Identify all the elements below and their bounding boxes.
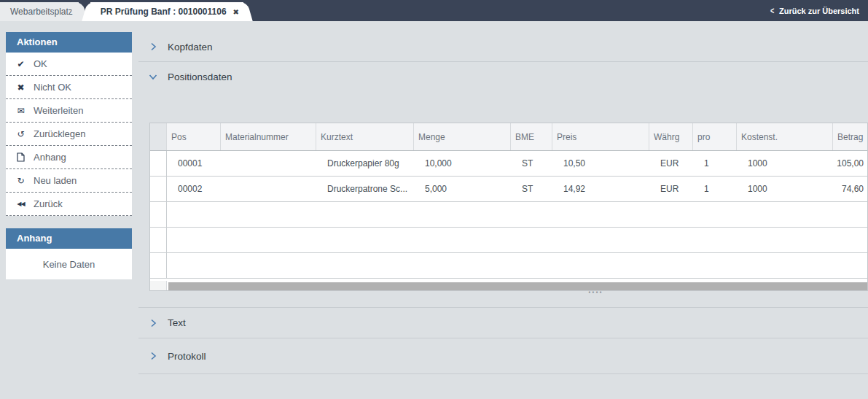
- cell-menge: 10,000: [414, 151, 511, 176]
- column-header-materialnummer[interactable]: Materialnummer: [221, 123, 316, 150]
- row-select-cell[interactable]: [150, 253, 167, 278]
- positions-table: Pos Materialnummer Kurztext Menge BME Pr…: [149, 123, 868, 291]
- cell-bme: ST: [511, 177, 552, 201]
- chevron-right-icon: [148, 351, 158, 361]
- row-select-cell[interactable]: [150, 151, 167, 176]
- column-header-kostenst[interactable]: Kostenst.: [737, 123, 833, 150]
- empty-table-row: [150, 202, 867, 228]
- row-select-cell[interactable]: [150, 202, 167, 227]
- empty-table-row: [150, 228, 867, 253]
- horizontal-scrollbar: [150, 279, 867, 290]
- rewind-icon: ◀◀: [15, 201, 26, 207]
- cell-kostenst: 1000: [737, 151, 833, 176]
- column-header-pos[interactable]: Pos: [167, 123, 221, 150]
- cell-materialnummer: [221, 151, 316, 176]
- table-row[interactable]: 00001 Druckerpapier 80g 10,000 ST 10,50 …: [150, 151, 867, 177]
- horizontal-scrollbar-thumb[interactable]: [168, 282, 867, 290]
- action-anhang-button[interactable]: Anhang: [6, 146, 132, 169]
- resize-grip-dots[interactable]: ••••: [584, 291, 606, 297]
- scrollbar-corner: [150, 281, 167, 290]
- cell-bme: ST: [511, 151, 552, 176]
- refresh-icon: ↻: [15, 177, 26, 185]
- main-content: Kopfdaten Positionsdaten Pos Materialnum…: [138, 32, 868, 374]
- cell-pro: 1: [693, 151, 737, 176]
- section-kopfdaten[interactable]: Kopfdaten: [138, 32, 868, 62]
- sidebar: Aktionen ✔ OK ✖ Nicht OK ✉ Weiterleiten …: [6, 32, 132, 279]
- back-to-overview-link[interactable]: < Zurück zur Übersicht: [770, 6, 868, 16]
- actions-panel: Aktionen ✔ OK ✖ Nicht OK ✉ Weiterleiten …: [6, 32, 132, 216]
- chevron-right-icon: [148, 318, 158, 328]
- section-positionsdaten[interactable]: Positionsdaten: [138, 62, 868, 91]
- x-icon: ✖: [15, 83, 26, 92]
- tab-webarbeitsplatz[interactable]: Webarbeitsplatz: [0, 2, 79, 21]
- document-icon: [15, 152, 26, 162]
- cell-preis: 10,50: [552, 151, 649, 176]
- back-link-label: Zurück zur Übersicht: [779, 7, 859, 15]
- section-protokoll[interactable]: Protokoll: [138, 338, 868, 374]
- column-header-bme[interactable]: BME: [511, 123, 552, 150]
- cell-betrag: 105,00: [833, 151, 867, 176]
- column-header-menge[interactable]: Menge: [414, 123, 511, 150]
- column-header-preis[interactable]: Preis: [552, 123, 649, 150]
- undo-icon: ↺: [15, 130, 26, 139]
- chevron-right-icon: [148, 42, 158, 52]
- tab-pr-pruefung-banf[interactable]: PR Prüfung Banf : 0010001106 ✖: [90, 2, 243, 21]
- attachment-panel: Anhang Keine Daten: [6, 228, 132, 279]
- table-row[interactable]: 00002 Druckerpatrone Sc... 5,000 ST 14,9…: [150, 177, 867, 202]
- cell-kurztext: Druckerpatrone Sc...: [316, 177, 414, 201]
- cell-menge: 5,000: [414, 177, 511, 201]
- column-header-waehrg[interactable]: Währg: [649, 123, 693, 150]
- action-zuruecklegen-button[interactable]: ↺ Zurücklegen: [6, 123, 132, 146]
- cell-preis: 14,92: [552, 177, 649, 201]
- action-weiterleiten-button[interactable]: ✉ Weiterleiten: [6, 99, 132, 123]
- cell-waehrg: EUR: [649, 177, 693, 201]
- action-nicht-ok-button[interactable]: ✖ Nicht OK: [6, 76, 132, 99]
- column-header-betrag[interactable]: Betrag: [833, 123, 867, 150]
- action-ok-button[interactable]: ✔ OK: [6, 53, 132, 76]
- cell-pos: 00002: [167, 177, 221, 201]
- attachment-panel-title: Anhang: [6, 228, 132, 249]
- check-icon: ✔: [15, 60, 26, 69]
- row-select-cell[interactable]: [150, 177, 167, 201]
- row-select-cell[interactable]: [150, 228, 167, 252]
- tab-label: PR Prüfung Banf : 0010001106: [101, 7, 227, 17]
- action-zurueck-button[interactable]: ◀◀ Zurück: [6, 193, 132, 216]
- select-all-cell[interactable]: [150, 123, 167, 150]
- action-neu-laden-button[interactable]: ↻ Neu laden: [6, 169, 132, 193]
- chevron-left-icon: <: [770, 6, 774, 16]
- cell-pos: 00001: [167, 151, 221, 176]
- tab-close-icon[interactable]: ✖: [233, 8, 239, 16]
- chevron-down-icon: [148, 71, 158, 82]
- envelope-icon: ✉: [15, 106, 26, 115]
- cell-pro: 1: [693, 177, 737, 201]
- actions-panel-title: Aktionen: [6, 32, 132, 53]
- tab-label: Webarbeitsplatz: [10, 7, 73, 17]
- cell-waehrg: EUR: [649, 151, 693, 176]
- attachment-empty-text: Keine Daten: [6, 249, 132, 279]
- cell-kostenst: 1000: [737, 177, 833, 201]
- column-header-pro[interactable]: pro: [693, 123, 737, 150]
- section-text[interactable]: Text: [138, 307, 868, 338]
- table-header-row: Pos Materialnummer Kurztext Menge BME Pr…: [150, 123, 867, 151]
- cell-betrag: 74,60: [833, 177, 867, 201]
- column-header-kurztext[interactable]: Kurztext: [316, 123, 414, 150]
- cell-materialnummer: [221, 177, 316, 201]
- top-tab-bar: Webarbeitsplatz PR Prüfung Banf : 001000…: [0, 0, 868, 21]
- cell-kurztext: Druckerpapier 80g: [316, 151, 414, 176]
- empty-table-row: [150, 253, 867, 279]
